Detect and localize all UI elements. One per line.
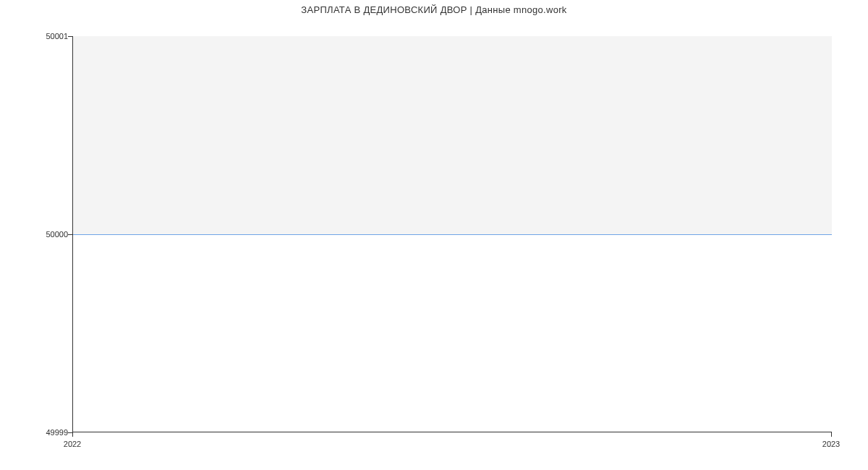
y-tick-label: 49999: [46, 428, 68, 437]
y-tick-label: 50001: [46, 32, 68, 40]
chart-title: ЗАРПЛАТА В ДЕДИНОВСКИЙ ДВОР | Данные mno…: [0, 4, 868, 15]
x-tick-label: 2023: [822, 440, 840, 448]
x-tick: [831, 432, 832, 437]
y-tick-label: 50000: [46, 230, 68, 239]
x-tick-label: 2022: [64, 440, 81, 448]
chart-container: ЗАРПЛАТА В ДЕДИНОВСКИЙ ДВОР | Данные mno…: [0, 0, 868, 470]
x-tick: [72, 432, 73, 437]
data-line: [73, 234, 832, 235]
area-fill: [73, 36, 832, 234]
plot-area: [72, 36, 832, 432]
